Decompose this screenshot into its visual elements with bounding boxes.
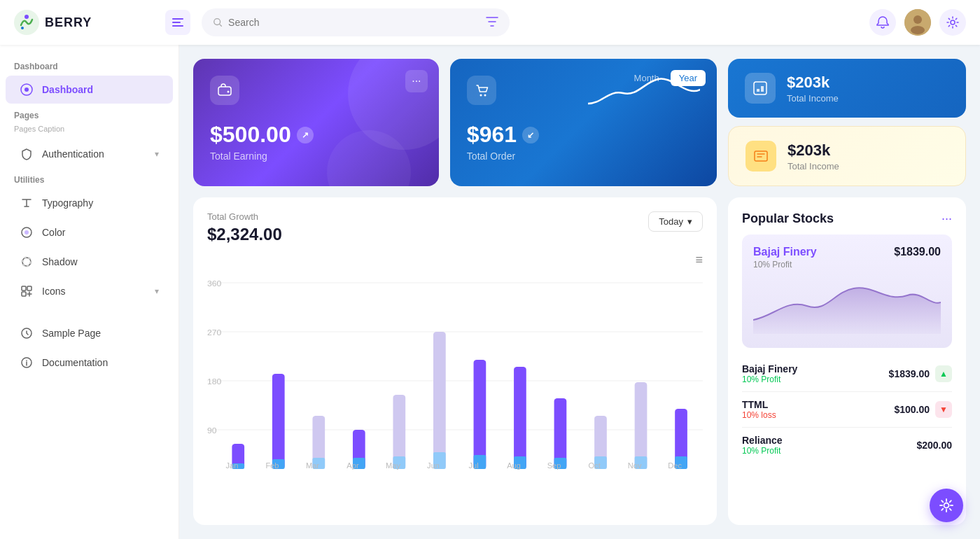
stock-bajaj-profit: 10% Profit [742,374,797,384]
stock-reliance-price: $200.00 [916,440,952,451]
income-blue-icon [745,73,776,104]
featured-stock-card: Bajaj Finery 10% Profit $1839.00 [742,234,952,348]
featured-stock-profit: 10% Profit [753,260,817,270]
income-blue-amount: $203k [787,74,839,92]
stock-ttml-price: $100.00 [894,404,930,415]
stock-ttml-profit: 10% loss [742,410,776,420]
sidebar-item-typography[interactable]: Typography [6,189,173,217]
svg-text:Aug: Aug [507,462,521,470]
stock-list-item: TTML 10% loss $100.00 ▼ [742,392,952,428]
stocks-more-button[interactable]: ··· [941,211,952,226]
growth-amount: $2,324.00 [207,225,282,244]
svg-point-70 [944,503,949,508]
icons-chevron-icon: ▾ [155,286,159,296]
stock-ttml-price-area: $100.00 ▼ [894,401,952,418]
main-layout: Dashboard Dashboard Pages Pages Caption … [0,45,980,539]
svg-text:Jun: Jun [427,462,440,470]
featured-stock-name: Bajaj Finery [753,246,817,258]
growth-header: Total Growth $2,324.00 Today ▾ [207,211,703,244]
earning-amount: $500.00 ↗ [210,122,422,148]
notification-button[interactable] [869,9,896,36]
svg-point-7 [951,20,955,24]
toggle-month-button[interactable]: Month [626,70,668,86]
stocks-title: Popular Stocks [742,211,834,226]
earning-trend-icon: ↗ [297,127,314,144]
typography-icon [20,196,34,210]
dashboard-section-title: Dashboard [0,56,178,74]
svg-rect-14 [22,286,26,290]
svg-point-21 [227,91,230,93]
stock-reliance-profit: 10% Profit [742,446,783,456]
sidebar-item-documentation[interactable]: Documentation [6,349,173,377]
svg-rect-36 [272,374,285,469]
sidebar-icons-label: Icons [42,286,65,297]
bell-icon [876,15,890,29]
stocks-list: Bajaj Finery 10% Profit $1839.00 ▲ TTML … [742,356,952,463]
svg-text:May: May [386,462,401,470]
sidebar-item-dashboard[interactable]: Dashboard [6,76,173,104]
chart-area: 360 270 180 90 [207,276,703,511]
svg-text:Oct: Oct [589,462,601,470]
svg-text:360: 360 [207,280,221,288]
svg-text:90: 90 [207,427,217,435]
stock-ttml-name: TTML [742,399,776,410]
svg-rect-20 [218,87,231,95]
shadow-icon [20,255,34,269]
income-yellow-amount: $203k [788,141,839,160]
svg-rect-24 [754,82,766,94]
featured-stock-value: $1839.00 [894,246,941,258]
svg-point-22 [479,94,482,97]
order-card-left: $961 ↙ Total Order [467,76,577,162]
stock-bajaj-info: Bajaj Finery 10% Profit [742,363,797,384]
bottom-row: Total Growth $2,324.00 Today ▾ ≡ [193,197,966,525]
logo-icon [14,10,39,35]
earning-card-icon-box [210,76,239,105]
growth-label: Total Growth [207,211,282,222]
sidebar-item-label: Dashboard [42,84,93,95]
svg-point-2 [21,27,24,29]
shopping-icon [474,83,489,98]
sidebar-docs-label: Documentation [42,357,108,368]
today-button[interactable]: Today ▾ [648,211,703,232]
fab-settings-button[interactable] [930,489,963,522]
sidebar-typography-label: Typography [42,197,93,209]
avatar-image [904,9,931,36]
toggle-year-button[interactable]: Year [671,70,706,86]
logo-text: BERRY [45,15,92,30]
right-cards: $203k Total Income $203k Total Income [728,59,966,186]
order-label: Total Order [467,150,577,162]
chart-menu-button[interactable]: ≡ [695,253,703,267]
sidebar: Dashboard Dashboard Pages Pages Caption … [0,45,179,539]
svg-text:Jan: Jan [225,462,238,470]
svg-text:270: 270 [207,329,221,337]
sidebar-item-icons[interactable]: Icons ▾ [6,277,173,305]
earning-more-button[interactable]: ··· [405,70,428,92]
svg-text:Sep: Sep [547,462,561,470]
stock-bajaj-name: Bajaj Finery [742,363,797,374]
svg-rect-48 [514,367,526,469]
stock-list-item: Bajaj Finery 10% Profit $1839.00 ▲ [742,356,952,392]
stock-bajaj-price: $1839.00 [889,368,930,379]
svg-rect-44 [433,332,446,469]
avatar[interactable] [904,9,931,36]
svg-point-1 [24,15,29,19]
income-blue-info: $203k Total Income [787,74,839,104]
income-yellow-label: Total Income [788,161,839,172]
header-right [869,9,966,36]
sidebar-item-sample-page[interactable]: Sample Page [6,319,173,347]
sidebar-sample-label: Sample Page [42,328,101,339]
sidebar-item-shadow[interactable]: Shadow [6,248,173,276]
hamburger-button[interactable] [165,10,190,35]
income-blue-card: $203k Total Income [728,59,966,118]
pages-caption: Pages Caption [0,123,178,139]
income-blue-label: Total Income [787,93,839,104]
search-input[interactable] [228,17,480,28]
settings-button[interactable] [939,9,966,36]
icons-icon [20,284,34,298]
sidebar-item-color[interactable]: Color [6,218,173,246]
filter-icon [486,17,498,27]
search-filter-button[interactable] [486,17,498,29]
svg-text:Nov: Nov [628,462,642,470]
sidebar-item-authentication[interactable]: Authentication ▾ [6,140,173,168]
hamburger-icon [172,18,184,27]
